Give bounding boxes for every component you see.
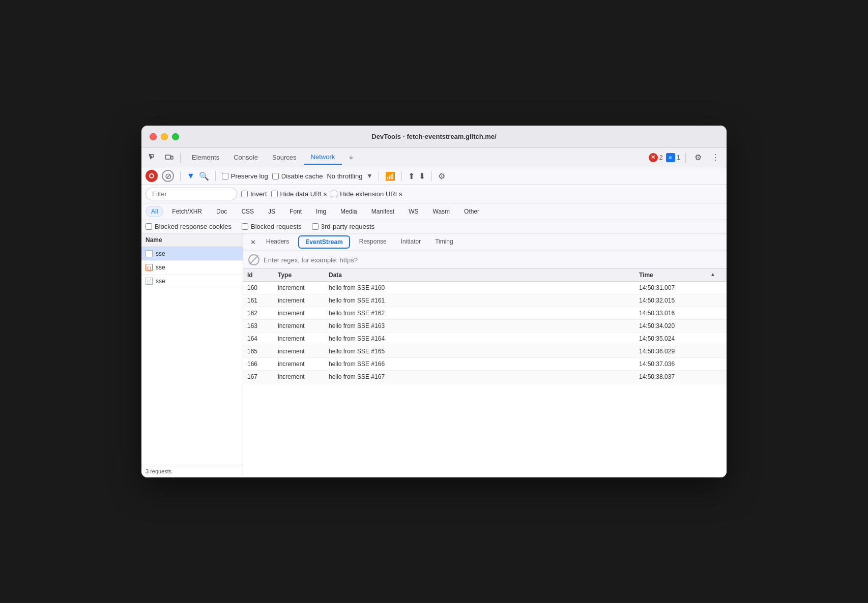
network-settings-icon[interactable]: ⚙ (438, 171, 445, 181)
event-time: 14:50:38.037 (639, 373, 710, 380)
tab-headers[interactable]: Headers (259, 234, 296, 250)
hide-data-urls-label[interactable]: Hide data URLs (271, 190, 327, 198)
event-table: Id Type Data Time ▲ 160 increment hello … (243, 269, 727, 477)
filter-btn-media[interactable]: Media (335, 206, 363, 217)
third-party-checkbox[interactable] (312, 223, 319, 230)
third-party-label[interactable]: 3rd-party requests (312, 223, 375, 230)
hide-extension-label[interactable]: Hide extension URLs (331, 190, 402, 198)
filter-btn-manifest[interactable]: Manifest (366, 206, 400, 217)
tab-elements[interactable]: Elements (185, 150, 226, 164)
event-sort (710, 297, 722, 304)
filter-btn-img[interactable]: Img (310, 206, 332, 217)
event-type: increment (278, 322, 329, 329)
window-title: DevTools - fetch-eventstream.glitch.me/ (371, 133, 496, 140)
preserve-log-label[interactable]: Preserve log (222, 172, 268, 180)
event-row[interactable]: 163 increment hello from SSE #163 14:50:… (243, 320, 727, 333)
event-id: 160 (247, 284, 278, 291)
filter-input[interactable] (146, 188, 237, 200)
clear-button[interactable]: ⊘ (162, 170, 174, 182)
network-toolbar: ⊘ ▼ 🔍 Preserve log Disable cache No thro… (141, 167, 727, 185)
tab-response[interactable]: Response (352, 234, 394, 250)
col-id: Id (247, 272, 278, 279)
message-count: 1 (677, 154, 680, 161)
inspector-icon[interactable] (146, 150, 160, 165)
filter-btn-other[interactable]: Other (458, 206, 485, 217)
regex-input[interactable] (264, 256, 721, 264)
event-type: increment (278, 348, 329, 355)
blocked-requests-checkbox[interactable] (242, 223, 248, 230)
download-icon[interactable]: ⬇ (419, 171, 425, 181)
disable-cache-checkbox[interactable] (272, 173, 279, 179)
minimize-button[interactable] (161, 133, 168, 140)
event-id: 166 (247, 360, 278, 368)
event-data: hello from SSE #164 (329, 335, 639, 342)
event-data: hello from SSE #167 (329, 373, 639, 380)
tab-initiator[interactable]: Initiator (394, 234, 428, 250)
net-sep4 (401, 171, 402, 181)
blocked-cookies-checkbox[interactable] (146, 223, 152, 230)
tab-sources[interactable]: Sources (265, 150, 304, 164)
close-button[interactable] (150, 133, 157, 140)
maximize-button[interactable] (172, 133, 179, 140)
event-rows-container: 160 increment hello from SSE #160 14:50:… (243, 282, 727, 383)
filter-btn-all[interactable]: All (146, 206, 163, 217)
disable-cache-label[interactable]: Disable cache (272, 172, 323, 180)
event-time: 14:50:37.036 (639, 360, 710, 368)
svg-rect-1 (165, 155, 170, 159)
event-row[interactable]: 161 increment hello from SSE #161 14:50:… (243, 294, 727, 307)
blocked-cookies-label[interactable]: Blocked response cookies (146, 223, 232, 230)
event-id: 164 (247, 335, 278, 342)
blocked-requests-label[interactable]: Blocked requests (242, 223, 302, 230)
event-data: hello from SSE #161 (329, 297, 639, 304)
event-row[interactable]: 164 increment hello from SSE #164 14:50:… (243, 333, 727, 345)
filter-btn-doc[interactable]: Doc (211, 206, 233, 217)
filter-btn-js[interactable]: JS (263, 206, 281, 217)
filter-icon[interactable]: ▼ (187, 171, 195, 180)
invert-label[interactable]: Invert (241, 190, 267, 198)
event-row[interactable]: 160 increment hello from SSE #160 14:50:… (243, 282, 727, 294)
message-icon: ≡ (666, 153, 675, 162)
close-detail-tab[interactable]: ✕ (247, 234, 259, 250)
event-row[interactable]: 165 increment hello from SSE #165 14:50:… (243, 345, 727, 358)
regex-bar (243, 251, 727, 269)
request-item-2[interactable]: { } sse (141, 261, 243, 275)
tab-more[interactable]: » (342, 150, 360, 164)
search-icon[interactable]: 🔍 (199, 171, 209, 181)
invert-checkbox[interactable] (241, 191, 248, 197)
event-time: 14:50:35.024 (639, 335, 710, 342)
tab-console[interactable]: Console (226, 150, 265, 164)
tab-eventstream[interactable]: EventStream (298, 235, 350, 249)
event-sort (710, 335, 722, 342)
more-icon[interactable]: ⋮ (708, 150, 722, 165)
tab-network[interactable]: Network (304, 150, 342, 165)
event-sort (710, 284, 722, 291)
device-icon[interactable] (162, 150, 176, 165)
event-row[interactable]: 162 increment hello from SSE #162 14:50:… (243, 307, 727, 320)
settings-icon[interactable]: ⚙ (691, 150, 705, 165)
hide-data-urls-checkbox[interactable] (271, 191, 278, 197)
request-item-1[interactable]: sse (141, 247, 243, 261)
event-sort (710, 348, 722, 355)
throttle-dropdown-icon[interactable]: ▼ (367, 172, 373, 179)
network-toolbar-sep (180, 171, 181, 181)
request-item-3[interactable]: 📄 sse (141, 275, 243, 288)
filter-btn-css[interactable]: CSS (236, 206, 259, 217)
event-row[interactable]: 167 increment hello from SSE #167 14:50:… (243, 371, 727, 383)
event-id: 161 (247, 297, 278, 304)
requests-footer: 3 requests (141, 465, 243, 477)
filter-bar: Invert Hide data URLs Hide extension URL… (141, 185, 727, 203)
preserve-log-checkbox[interactable] (222, 173, 228, 179)
hide-extension-checkbox[interactable] (331, 191, 337, 197)
tab-timing[interactable]: Timing (428, 234, 460, 250)
record-button[interactable] (146, 170, 158, 182)
filter-btn-fetch-xhr[interactable]: Fetch/XHR (166, 206, 208, 217)
request-name-1: sse (156, 250, 165, 257)
tab-bar: Elements Console Sources Network » (185, 150, 647, 165)
filter-btn-ws[interactable]: WS (403, 206, 424, 217)
upload-icon[interactable]: ⬆ (408, 171, 415, 181)
event-row[interactable]: 166 increment hello from SSE #166 14:50:… (243, 358, 727, 371)
event-data: hello from SSE #160 (329, 284, 639, 291)
filter-btn-wasm[interactable]: Wasm (427, 206, 456, 217)
sse-icon: { } (146, 264, 153, 271)
filter-btn-font[interactable]: Font (284, 206, 307, 217)
